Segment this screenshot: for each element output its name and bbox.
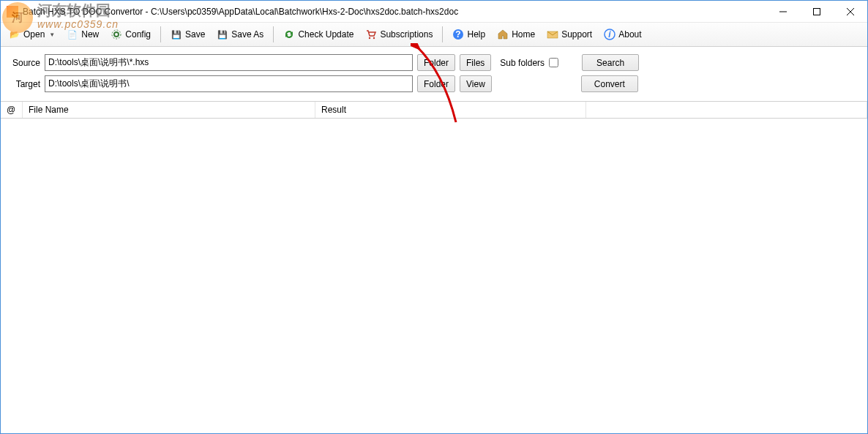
folder-open-icon: 📂 [9, 29, 20, 40]
title-bar: Batch HXS TO DOC Convertor - C:\Users\pc… [1, 1, 867, 23]
col-at[interactable]: @ [1, 102, 23, 118]
new-button[interactable]: 📄 New [61, 26, 104, 43]
toolbar-separator [442, 26, 443, 42]
toolbar-separator [160, 26, 161, 42]
toolbar: 📂 Open ▼ 📄 New Config 💾 Save 💾 Save As C… [1, 23, 867, 47]
refresh-icon [283, 29, 295, 40]
open-label: Open [23, 29, 45, 40]
open-button[interactable]: 📂 Open ▼ [4, 26, 60, 43]
mail-icon [547, 29, 558, 40]
svg-point-4 [114, 32, 119, 37]
source-folder-button[interactable]: Folder [417, 54, 455, 71]
close-button[interactable] [834, 1, 867, 23]
new-file-icon: 📄 [67, 29, 78, 40]
source-files-button[interactable]: Files [460, 54, 491, 71]
info-icon: i [604, 29, 616, 40]
help-icon: ? [452, 29, 464, 40]
check-update-button[interactable]: Check Update [278, 26, 359, 43]
gear-icon [111, 29, 122, 40]
app-icon [7, 6, 18, 18]
svg-point-6 [369, 37, 370, 39]
home-label: Home [512, 29, 535, 40]
support-label: Support [561, 29, 592, 40]
form-area: Source Folder Files Sub folders Search T… [1, 47, 867, 101]
subscriptions-label: Subscriptions [380, 29, 433, 40]
target-label: Target [10, 79, 40, 89]
col-file-name[interactable]: File Name [23, 102, 315, 118]
toolbar-separator [273, 26, 274, 42]
subscriptions-button[interactable]: Subscriptions [360, 26, 438, 43]
target-view-button[interactable]: View [460, 75, 492, 92]
source-input[interactable] [45, 54, 413, 71]
about-button[interactable]: i About [599, 26, 646, 43]
about-label: About [618, 29, 641, 40]
help-label: Help [467, 29, 485, 40]
home-button[interactable]: Home [492, 26, 540, 43]
file-list-header: @ File Name Result [1, 101, 867, 119]
help-button[interactable]: ? Help [447, 26, 490, 43]
maximize-button[interactable] [800, 1, 834, 23]
col-spacer [586, 102, 867, 118]
save-as-button[interactable]: 💾 Save As [212, 26, 269, 43]
check-update-label: Check Update [298, 29, 353, 40]
svg-rect-1 [814, 8, 820, 15]
subfolders-text: Sub folders [500, 58, 545, 68]
chevron-down-icon: ▼ [49, 31, 55, 38]
target-folder-button[interactable]: Folder [417, 75, 455, 92]
minimize-button[interactable] [766, 1, 800, 23]
subfolders-checkbox[interactable] [549, 58, 558, 67]
svg-text:?: ? [456, 29, 461, 40]
save-icon: 💾 [171, 29, 182, 40]
target-input[interactable] [45, 75, 413, 92]
source-label: Source [10, 58, 40, 68]
svg-point-5 [112, 30, 121, 39]
new-label: New [81, 29, 99, 40]
home-icon [497, 29, 509, 40]
search-button[interactable]: Search [582, 54, 639, 71]
config-label: Config [125, 29, 151, 40]
svg-text:i: i [609, 29, 612, 40]
config-button[interactable]: Config [105, 26, 156, 43]
cart-icon [365, 29, 377, 40]
col-result[interactable]: Result [315, 102, 586, 118]
subfolders-label-wrap[interactable]: Sub folders [500, 58, 558, 68]
save-label: Save [185, 29, 205, 40]
window-title: Batch HXS TO DOC Convertor - C:\Users\pc… [23, 7, 766, 17]
save-as-label: Save As [231, 29, 263, 40]
svg-point-7 [373, 37, 375, 39]
convert-button[interactable]: Convert [581, 75, 638, 92]
save-as-icon: 💾 [217, 29, 228, 40]
save-button[interactable]: 💾 Save [165, 26, 210, 43]
support-button[interactable]: Support [542, 26, 597, 43]
